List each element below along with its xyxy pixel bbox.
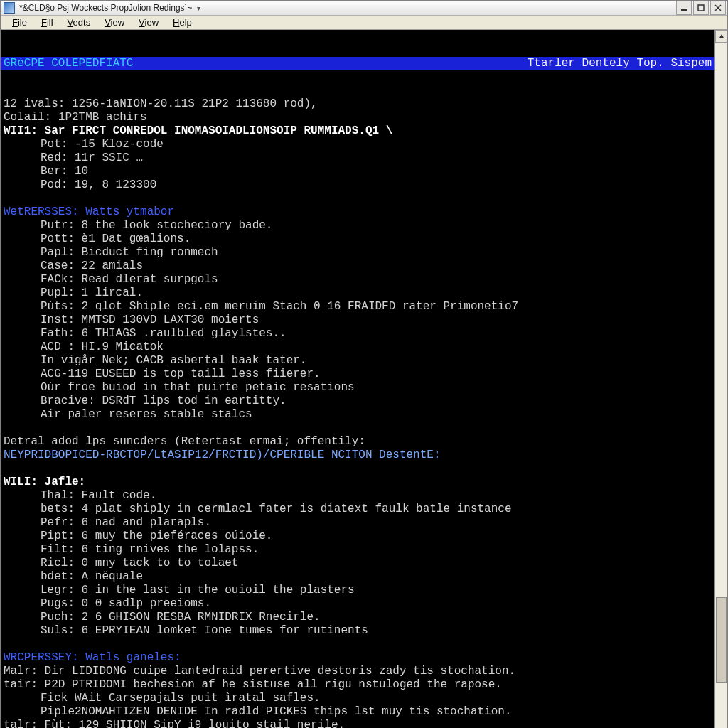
- terminal-line: Pùts: 2 qlot Shiple eci.em meruim Stach …: [1, 300, 714, 314]
- scrollbar-track[interactable]: [715, 43, 727, 728]
- svg-rect-1: [698, 5, 704, 11]
- terminal-line: Filt: 6 ting rnives the lolapss.: [1, 543, 714, 557]
- terminal-output[interactable]: GRéCPE COLEPEDFIATC Ttarler Dentely Top.…: [1, 30, 714, 728]
- titlebar[interactable]: *&CLD§o Psj Wockects PropJolion Redings´…: [1, 1, 727, 16]
- minimize-button[interactable]: [676, 1, 692, 15]
- close-icon: [714, 4, 722, 11]
- terminal-line: WRCPERSSEY: Watls ganeles:: [1, 651, 714, 665]
- terminal-line: bdet: A nëquale: [1, 570, 714, 584]
- menu-view-1[interactable]: View: [97, 16, 132, 29]
- terminal-line: Bracive: DSRdT lips tod in eartitty.: [1, 395, 714, 408]
- terminal-line: Pupl: 1 lircal.: [1, 287, 714, 300]
- application-window: *&CLD§o Psj Wockects PropJolion Redings´…: [0, 0, 728, 728]
- menubar: File Fill Vedts View View Help: [1, 16, 727, 30]
- scroll-up-button[interactable]: [715, 30, 727, 43]
- terminal-line: In vigår Nek; CACB asbertal baak tater.: [1, 354, 714, 368]
- terminal-line: Thal: Fault code.: [1, 489, 714, 503]
- vertical-scrollbar[interactable]: [714, 30, 727, 728]
- svg-marker-4: [719, 34, 724, 38]
- terminal-header-left: GRéCPE COLEPEDFIATC: [4, 57, 133, 70]
- terminal-line: Papl: Bicduct fing ronmech: [1, 246, 714, 259]
- terminal-line: Pot: -15 Kloz-code: [1, 138, 714, 151]
- close-button[interactable]: [710, 1, 726, 15]
- terminal-line: FACk: Read dlerat surpgols: [1, 273, 714, 287]
- terminal-line: Pefr: 6 nad and plarapls.: [1, 516, 714, 530]
- terminal-line: Putr: 8 the look stocheciory bade.: [1, 219, 714, 232]
- terminal-line: Air paler reseres stable stalcs: [1, 408, 714, 422]
- terminal-header-right: Ttarler Dentely Top. Sispem: [528, 57, 712, 70]
- terminal-line: ACD : HI.9 Micatok: [1, 341, 714, 354]
- terminal-line: WII1: Sar FIRCT CONREDOL INOMASOIADLIONS…: [1, 124, 714, 138]
- terminal-line: Inst: MMTSD 130VD LAXT30 moierts: [1, 314, 714, 327]
- terminal-line: Suls: 6 EPRYIEAN lomket Ione tumes for r…: [1, 624, 714, 638]
- terminal-line: WetRERSSES: Watts ytmabor: [1, 205, 714, 219]
- terminal-line: Ricl: 0 mny tack to to tolaet: [1, 557, 714, 570]
- chevron-up-icon: [719, 33, 724, 39]
- title-dropdown-icon[interactable]: ▾: [197, 4, 200, 12]
- app-icon: [4, 2, 15, 14]
- terminal-line: NEYPRIDBOPICED-RBCTOP/LtASIP12/FRCTID)/C…: [1, 449, 714, 462]
- scrollbar-thumb[interactable]: [716, 597, 727, 682]
- terminal-line: Pod: 19, 8 123300: [1, 178, 714, 192]
- terminal-line: Puch: 2 6 GHISON RESBA RMNIDRIX Rnecirle…: [1, 611, 714, 624]
- terminal-line: [1, 638, 714, 651]
- terminal-line: [1, 192, 714, 205]
- terminal-line: Ber: 10: [1, 165, 714, 178]
- terminal-line: Pipt: 6 muy the pieféraces oúioie.: [1, 530, 714, 543]
- terminal-line: Pugs: 0 0 sadlp preeioms.: [1, 597, 714, 611]
- terminal-line: [1, 462, 714, 476]
- terminal-line: Pott: è1 Dat gœalions.: [1, 232, 714, 246]
- maximize-icon: [697, 4, 705, 11]
- terminal-line: ACG-119 EUSEED is top taill less fiierer…: [1, 368, 714, 381]
- terminal-line: Legr: 6 in the last in the ouioil the pl…: [1, 584, 714, 597]
- terminal-line: WILI: Jafle:: [1, 476, 714, 489]
- terminal-line: 12 ivals: 1256-1aNION-20.11S 21P2 113680…: [1, 97, 714, 111]
- terminal-line: bets: 4 plat shiply in cermlacl fater is…: [1, 503, 714, 516]
- terminal-line: Piple2NOMAHTIZEN DENIDE In radld PICKES …: [1, 705, 714, 719]
- maximize-button[interactable]: [693, 1, 709, 15]
- terminal-line: Colail: 1P2TMB achirs: [1, 111, 714, 124]
- terminal-line: Oùr froe buiod in that puirte petaic res…: [1, 381, 714, 395]
- terminal-area: GRéCPE COLEPEDFIATC Ttarler Dentely Top.…: [1, 30, 727, 728]
- menu-file[interactable]: File: [5, 16, 34, 29]
- menu-vedts[interactable]: Vedts: [60, 16, 98, 29]
- terminal-line: Fick WAit Carsepajals puit ìratal safles…: [1, 692, 714, 705]
- terminal-line: Red: 11r SSIC …: [1, 151, 714, 165]
- minimize-icon: [680, 4, 687, 11]
- terminal-line: talr: Fùt: 129 SHIION SipY i9 louito sta…: [1, 719, 714, 728]
- menu-help[interactable]: Help: [166, 16, 199, 29]
- terminal-header-bar: GRéCPE COLEPEDFIATC Ttarler Dentely Top.…: [1, 57, 714, 70]
- window-title: *&CLD§o Psj Wockects PropJolion Redings´…: [19, 3, 193, 13]
- terminal-line: Case: 22 amials: [1, 259, 714, 273]
- terminal-line: Fath: 6 THIAGS .raulbled glaylstes..: [1, 327, 714, 341]
- menu-fill[interactable]: Fill: [34, 16, 60, 29]
- terminal-line: Detral adod lps suncders (Retertast erma…: [1, 435, 714, 449]
- terminal-line: tair: P2D PTRIDOMI bechesion af he sistu…: [1, 678, 714, 692]
- menu-view-2[interactable]: View: [132, 16, 166, 29]
- terminal-line: Malr: Dir LIDIDONG cuipe lantedraid pere…: [1, 665, 714, 678]
- terminal-line: [1, 422, 714, 435]
